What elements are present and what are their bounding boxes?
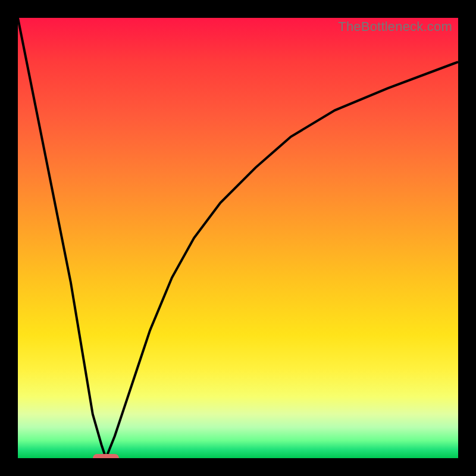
plot-area: TheBottleneck.com xyxy=(18,18,458,458)
min-marker xyxy=(93,454,119,458)
attribution-watermark: TheBottleneck.com xyxy=(338,19,452,35)
curve-right xyxy=(106,62,458,458)
curve-left xyxy=(18,18,106,458)
curve-layer xyxy=(18,18,458,458)
chart-frame: TheBottleneck.com xyxy=(0,0,476,476)
